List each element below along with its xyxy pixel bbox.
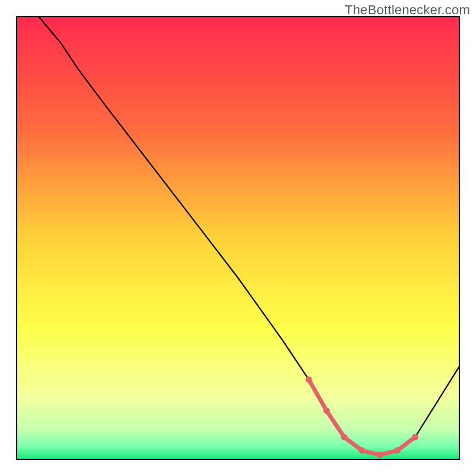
plot-background [17, 17, 459, 459]
bottleneck-chart: TheBottlenecker.com [0, 0, 476, 476]
optimal-range-marker [341, 434, 347, 440]
optimal-range-marker [412, 434, 418, 440]
watermark-text: TheBottlenecker.com [345, 2, 470, 18]
optimal-range-marker [394, 447, 400, 454]
optimal-range-marker [306, 377, 312, 383]
optimal-range-marker [377, 452, 383, 458]
optimal-range-marker [323, 408, 330, 414]
chart-svg [0, 0, 476, 476]
optimal-range-marker [359, 447, 365, 454]
